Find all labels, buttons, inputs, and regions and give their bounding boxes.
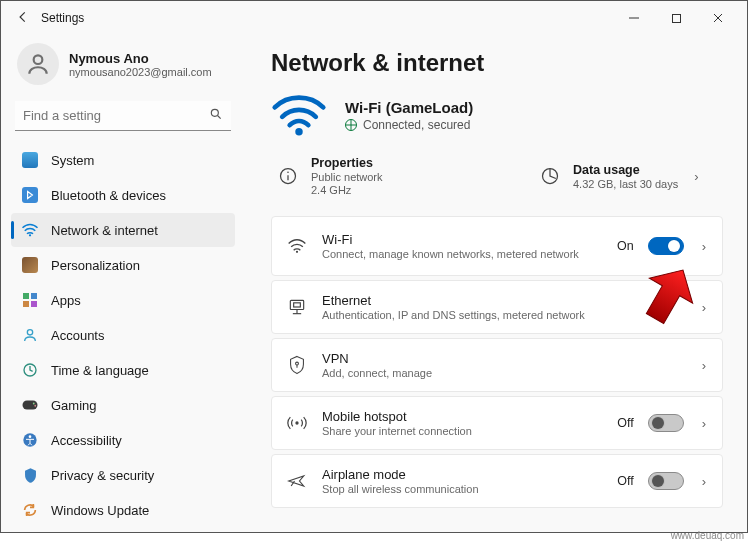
svg-point-22 — [296, 251, 298, 253]
ethernet-title: Ethernet — [322, 293, 684, 308]
nav-network[interactable]: Network & internet — [11, 213, 235, 247]
airplane-icon — [286, 472, 308, 490]
svg-point-20 — [287, 171, 289, 173]
titlebar: Settings — [1, 1, 747, 35]
vpn-title: VPN — [322, 351, 684, 366]
properties-sub2: 2.4 GHz — [311, 184, 383, 196]
nav-label: Apps — [51, 293, 81, 308]
wifi-sub: Connect, manage known networks, metered … — [322, 248, 603, 260]
system-icon — [21, 151, 39, 169]
wifi-ssid: Wi-Fi (GameLoad) — [345, 99, 473, 116]
svg-point-27 — [296, 362, 299, 365]
profile-name: Nymous Ano — [69, 51, 212, 66]
chevron-right-icon[interactable]: › — [698, 239, 710, 254]
svg-rect-9 — [31, 301, 37, 307]
watermark: www.deuaq.com — [671, 530, 744, 541]
wifi-status: Connected, secured — [345, 118, 473, 132]
nav-label: Windows Update — [51, 503, 149, 518]
info-icon — [277, 165, 299, 187]
wifi-state-label: On — [617, 239, 634, 253]
hotspot-card[interactable]: Mobile hotspot Share your internet conne… — [271, 396, 723, 450]
chevron-right-icon: › — [690, 169, 702, 184]
nav-windows-update[interactable]: Windows Update — [11, 493, 235, 527]
svg-rect-7 — [31, 293, 37, 299]
ethernet-sub: Authentication, IP and DNS settings, met… — [322, 309, 684, 321]
nav-accessibility[interactable]: Accessibility — [11, 423, 235, 457]
globe-icon — [345, 119, 357, 131]
airplane-sub: Stop all wireless communication — [322, 483, 603, 495]
airplane-state-label: Off — [617, 474, 633, 488]
vpn-icon — [286, 355, 308, 375]
svg-rect-1 — [672, 14, 680, 22]
settings-cards: Wi-Fi Connect, manage known networks, me… — [271, 216, 723, 508]
svg-point-13 — [33, 403, 35, 405]
hotspot-toggle[interactable] — [648, 414, 684, 432]
nav-personalization[interactable]: Personalization — [11, 248, 235, 282]
svg-rect-8 — [23, 301, 29, 307]
ethernet-icon — [286, 298, 308, 316]
nav-label: Gaming — [51, 398, 97, 413]
wifi-large-icon — [271, 91, 327, 140]
ethernet-card[interactable]: Ethernet Authentication, IP and DNS sett… — [271, 280, 723, 334]
apps-icon — [21, 291, 39, 309]
chevron-right-icon[interactable]: › — [698, 474, 710, 489]
back-button[interactable] — [9, 10, 37, 27]
nav-bluetooth[interactable]: Bluetooth & devices — [11, 178, 235, 212]
accounts-icon — [21, 326, 39, 344]
airplane-title: Airplane mode — [322, 467, 603, 482]
nav-label: Time & language — [51, 363, 149, 378]
data-usage-sub: 4.32 GB, last 30 days — [573, 178, 678, 190]
wifi-card[interactable]: Wi-Fi Connect, manage known networks, me… — [271, 216, 723, 276]
nav-label: Personalization — [51, 258, 140, 273]
settings-window: Settings Nymous Ano nymousano2023@gmail — [0, 0, 748, 533]
bluetooth-icon — [21, 186, 39, 204]
close-button[interactable] — [697, 3, 739, 33]
svg-point-14 — [34, 405, 36, 407]
data-usage-title: Data usage — [573, 163, 678, 177]
nav-list: System Bluetooth & devices Network & int… — [11, 143, 235, 527]
chevron-right-icon[interactable]: › — [698, 416, 710, 431]
search-box[interactable] — [15, 101, 231, 131]
airplane-toggle[interactable] — [648, 472, 684, 490]
page-title: Network & internet — [271, 49, 723, 77]
maximize-button[interactable] — [655, 3, 697, 33]
privacy-icon — [21, 466, 39, 484]
svg-point-5 — [29, 234, 31, 236]
nav-apps[interactable]: Apps — [11, 283, 235, 317]
svg-rect-24 — [294, 303, 301, 307]
personalization-icon — [21, 256, 39, 274]
svg-line-4 — [218, 116, 221, 119]
vpn-sub: Add, connect, manage — [322, 367, 684, 379]
wifi-toggle[interactable] — [648, 237, 684, 255]
profile-block[interactable]: Nymous Ano nymousano2023@gmail.com — [11, 39, 235, 99]
nav-accounts[interactable]: Accounts — [11, 318, 235, 352]
svg-point-16 — [29, 435, 32, 438]
vpn-card[interactable]: VPN Add, connect, manage › — [271, 338, 723, 392]
nav-label: System — [51, 153, 94, 168]
wifi-icon — [286, 238, 308, 254]
nav-system[interactable]: System — [11, 143, 235, 177]
hotspot-state-label: Off — [617, 416, 633, 430]
chevron-right-icon[interactable]: › — [698, 300, 710, 315]
window-title: Settings — [41, 11, 84, 25]
nav-privacy[interactable]: Privacy & security — [11, 458, 235, 492]
properties-cell[interactable]: Properties Public network 2.4 GHz — [271, 152, 523, 200]
search-icon — [209, 107, 223, 124]
properties-sub1: Public network — [311, 171, 383, 183]
avatar — [17, 43, 59, 85]
content-area: Network & internet Wi-Fi (GameLoad) Conn… — [241, 35, 747, 532]
hotspot-icon — [286, 414, 308, 432]
svg-point-2 — [34, 55, 43, 64]
search-input[interactable] — [23, 108, 209, 123]
svg-rect-23 — [290, 300, 303, 309]
airplane-card[interactable]: Airplane mode Stop all wireless communic… — [271, 454, 723, 508]
gaming-icon — [21, 396, 39, 414]
wifi-title: Wi-Fi — [322, 232, 603, 247]
nav-gaming[interactable]: Gaming — [11, 388, 235, 422]
minimize-button[interactable] — [613, 3, 655, 33]
sidebar: Nymous Ano nymousano2023@gmail.com Syste… — [1, 35, 241, 532]
nav-time-language[interactable]: Time & language — [11, 353, 235, 387]
chevron-right-icon[interactable]: › — [698, 358, 710, 373]
data-usage-cell[interactable]: Data usage 4.32 GB, last 30 days › — [533, 152, 723, 200]
svg-point-17 — [295, 128, 302, 135]
